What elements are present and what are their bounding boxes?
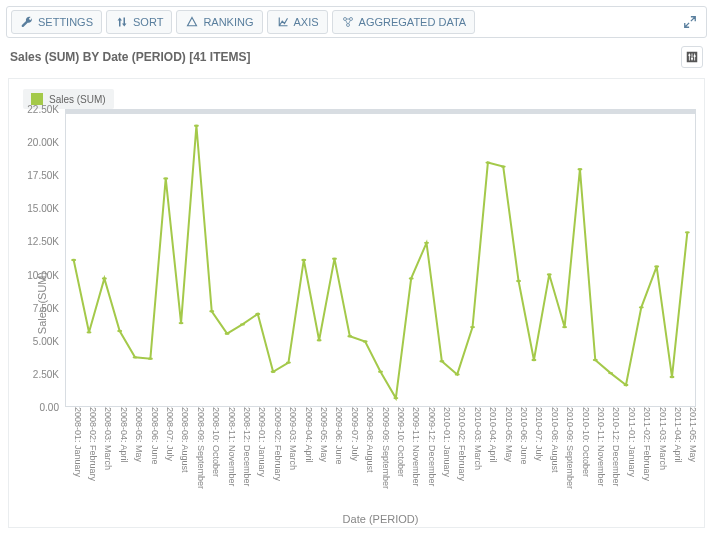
- x-ticks: 2008-01: January2008-02: February2008-03…: [65, 407, 696, 507]
- x-tick-label: 2010-11: November: [596, 407, 606, 487]
- settings-label: SETTINGS: [38, 16, 93, 28]
- svg-point-13: [163, 177, 168, 179]
- svg-point-38: [547, 273, 552, 275]
- y-tick-label: 10.00K: [27, 269, 59, 280]
- x-tick-label: 2008-03: March: [103, 407, 113, 470]
- svg-point-35: [501, 165, 506, 167]
- svg-point-40: [577, 168, 582, 170]
- controls-icon: [685, 50, 699, 64]
- svg-point-21: [286, 361, 291, 363]
- x-tick-label: 2009-09: September: [381, 407, 391, 489]
- svg-point-39: [562, 326, 567, 328]
- expand-button[interactable]: [678, 10, 702, 34]
- y-tick-label: 15.00K: [27, 203, 59, 214]
- y-tick-label: 0.00: [40, 402, 59, 413]
- svg-point-25: [347, 335, 352, 337]
- x-tick-label: 2009-08: August: [365, 407, 375, 473]
- x-tick-label: 2008-01: January: [73, 407, 83, 477]
- y-tick-label: 2.50K: [33, 368, 59, 379]
- axis-label: AXIS: [294, 16, 319, 28]
- svg-point-5: [691, 58, 693, 60]
- x-tick-label: 2011-02: February: [642, 407, 652, 481]
- svg-point-15: [194, 125, 199, 127]
- svg-point-22: [301, 259, 306, 261]
- svg-point-4: [688, 54, 690, 56]
- x-tick-label: 2010-05: May: [504, 407, 514, 462]
- ranking-label: RANKING: [203, 16, 253, 28]
- svg-point-29: [409, 277, 414, 279]
- y-tick-label: 7.50K: [33, 302, 59, 313]
- svg-point-36: [516, 280, 521, 282]
- x-tick-label: 2008-02: February: [88, 407, 98, 481]
- x-tick-label: 2010-03: March: [473, 407, 483, 470]
- svg-point-41: [593, 359, 598, 361]
- x-tick-label: 2009-06: June: [334, 407, 344, 465]
- sort-label: SORT: [133, 16, 163, 28]
- svg-point-31: [439, 360, 444, 362]
- aggregated-data-button[interactable]: AGGREGATED DATA: [332, 10, 476, 34]
- y-tick-label: 17.50K: [27, 170, 59, 181]
- svg-point-9: [102, 277, 107, 279]
- svg-point-0: [343, 18, 346, 21]
- svg-point-10: [117, 330, 122, 332]
- x-tick-label: 2010-06: June: [519, 407, 529, 465]
- axis-button[interactable]: AXIS: [267, 10, 328, 34]
- x-tick-label: 2010-12: December: [611, 407, 621, 487]
- plot[interactable]: [65, 109, 696, 407]
- x-tick-label: 2010-07: July: [534, 407, 544, 461]
- x-tick-label: 2009-12: December: [427, 407, 437, 487]
- x-tick-label: 2011-01: January: [627, 407, 637, 477]
- x-tick-label: 2009-04: April: [304, 407, 314, 463]
- cluster-icon: [341, 15, 355, 29]
- svg-point-28: [393, 397, 398, 399]
- x-tick-label: 2011-04: April: [673, 407, 683, 463]
- aggregated-label: AGGREGATED DATA: [359, 16, 467, 28]
- svg-point-6: [694, 55, 696, 57]
- svg-point-45: [654, 265, 659, 267]
- svg-point-20: [271, 371, 276, 373]
- title-row: Sales (SUM) BY Date (PERIOD) [41 ITEMS]: [0, 44, 713, 72]
- x-tick-label: 2008-06: June: [150, 407, 160, 465]
- x-tick-label: 2009-07: July: [350, 407, 360, 461]
- x-tick-label: 2008-05: May: [134, 407, 144, 462]
- x-tick-label: 2010-10: October: [581, 407, 591, 477]
- svg-point-34: [485, 161, 490, 163]
- svg-point-2: [346, 24, 349, 27]
- x-tick-label: 2010-04: April: [488, 407, 498, 463]
- svg-point-11: [133, 356, 138, 358]
- x-tick-label: 2011-03: March: [658, 407, 668, 470]
- y-tick-label: 5.00K: [33, 335, 59, 346]
- x-tick-label: 2008-10: October: [211, 407, 221, 477]
- toolbar: SETTINGS SORT RANKING AXIS AGGREGATED DA…: [6, 6, 707, 38]
- x-tick-label: 2008-07: July: [165, 407, 175, 461]
- svg-point-17: [225, 332, 230, 334]
- svg-point-33: [470, 326, 475, 328]
- svg-point-16: [209, 310, 214, 312]
- svg-point-43: [623, 384, 628, 386]
- x-tick-label: 2008-11: November: [227, 407, 237, 487]
- settings-button[interactable]: SETTINGS: [11, 10, 102, 34]
- x-tick-label: 2008-08: August: [180, 407, 190, 473]
- x-tick-label: 2009-03: March: [288, 407, 298, 470]
- y-ticks: 0.002.50K5.00K7.50K10.00K12.50K15.00K17.…: [9, 109, 63, 407]
- svg-point-14: [179, 322, 184, 324]
- svg-point-44: [639, 306, 644, 308]
- svg-point-42: [608, 372, 613, 374]
- y-tick-label: 20.00K: [27, 137, 59, 148]
- svg-point-1: [349, 18, 352, 21]
- x-tick-label: 2009-11: November: [411, 407, 421, 487]
- svg-point-37: [531, 359, 536, 361]
- svg-point-23: [317, 339, 322, 341]
- sort-button[interactable]: SORT: [106, 10, 172, 34]
- chart-area: Sales (SUM) Sales (SUM) 0.002.50K5.00K7.…: [8, 78, 705, 528]
- svg-point-46: [669, 376, 674, 378]
- x-tick-label: 2010-09: September: [565, 407, 575, 489]
- x-tick-label: 2010-02: February: [457, 407, 467, 481]
- x-tick-label: 2008-12: December: [242, 407, 252, 487]
- ranking-button[interactable]: RANKING: [176, 10, 262, 34]
- y-tick-label: 12.50K: [27, 236, 59, 247]
- chart-title: Sales (SUM) BY Date (PERIOD) [41 ITEMS]: [10, 50, 251, 64]
- controls-button[interactable]: [681, 46, 703, 68]
- x-tick-label: 2009-10: October: [396, 407, 406, 477]
- axis-icon: [276, 15, 290, 29]
